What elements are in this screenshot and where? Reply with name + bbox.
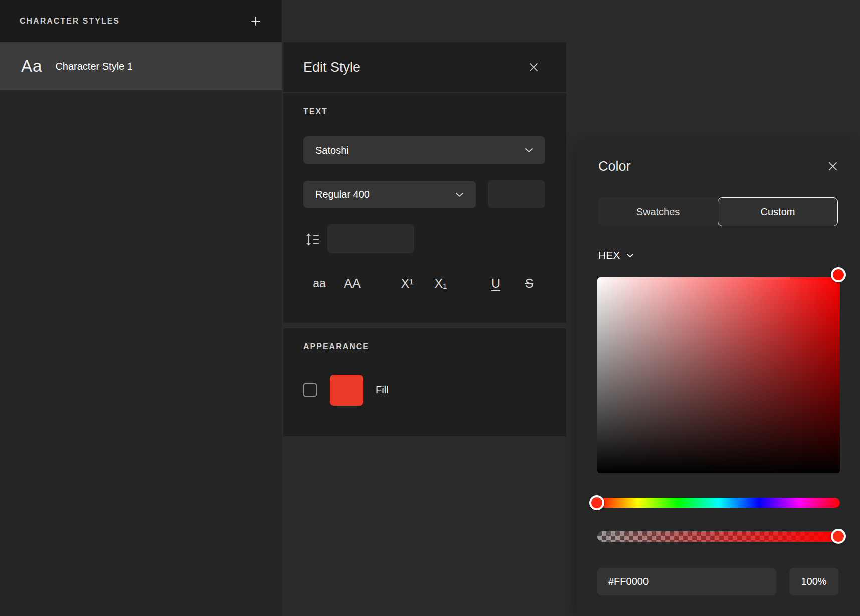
- character-style-label: Character Style 1: [55, 61, 133, 72]
- character-style-icon: Aa: [21, 57, 42, 76]
- text-section-label: TEXT: [303, 107, 328, 116]
- color-panel-header: Color: [598, 153, 839, 179]
- subscript-button[interactable]: X₁: [434, 272, 447, 294]
- font-size-input[interactable]: [488, 180, 545, 208]
- color-format-dropdown[interactable]: HEX: [598, 247, 634, 263]
- close-icon: [826, 160, 839, 173]
- font-weight-dropdown[interactable]: Regular 400: [303, 181, 476, 208]
- color-mode-tabs: Swatches Custom: [598, 197, 838, 226]
- fill-label: Fill: [376, 384, 389, 396]
- sidebar-title: CHARACTER STYLES: [20, 17, 120, 26]
- alpha-slider-handle[interactable]: [831, 529, 846, 544]
- plus-icon: [249, 14, 263, 28]
- close-icon: [527, 61, 540, 74]
- saturation-brightness-field[interactable]: [597, 277, 840, 473]
- lowercase-button[interactable]: aa: [313, 272, 326, 294]
- hex-value-input[interactable]: [597, 568, 776, 595]
- edit-style-close-button[interactable]: [527, 61, 540, 74]
- tab-swatches[interactable]: Swatches: [598, 197, 718, 226]
- superscript-button[interactable]: X¹: [401, 272, 414, 294]
- sidebar-header: CHARACTER STYLES: [0, 0, 282, 42]
- saturation-picker-handle[interactable]: [831, 267, 846, 282]
- font-family-value: Satoshi: [315, 145, 349, 156]
- line-height-input[interactable]: [327, 224, 414, 253]
- alpha-slider[interactable]: [597, 531, 840, 542]
- tab-custom[interactable]: Custom: [718, 197, 838, 226]
- alpha-value-text: 100%: [801, 576, 826, 587]
- hue-slider[interactable]: [597, 498, 840, 508]
- appearance-section: APPEARANCE Fill: [283, 328, 566, 436]
- app-window: CHARACTER STYLES Aa Character Style 1 Ed…: [0, 0, 860, 616]
- line-height-icon: [306, 232, 319, 247]
- text-section: TEXT Satoshi Regular 400 aa AA X¹ X₁ U S: [283, 93, 566, 323]
- hue-slider-handle[interactable]: [589, 495, 604, 510]
- sidebar-item-character-style-1[interactable]: Aa Character Style 1: [0, 42, 282, 90]
- underline-button[interactable]: U: [491, 272, 500, 294]
- color-format-value: HEX: [598, 249, 620, 261]
- uppercase-button[interactable]: AA: [344, 272, 360, 294]
- add-style-button[interactable]: [246, 11, 266, 31]
- chevron-down-icon: [525, 148, 533, 153]
- font-weight-value: Regular 400: [315, 189, 370, 200]
- chevron-down-icon: [455, 192, 464, 197]
- appearance-section-label: APPEARANCE: [303, 342, 369, 351]
- fill-checkbox[interactable]: [303, 383, 317, 397]
- chevron-down-icon: [626, 253, 634, 258]
- edit-style-title: Edit Style: [303, 60, 360, 75]
- strikethrough-button[interactable]: S: [525, 272, 534, 294]
- character-styles-sidebar: CHARACTER STYLES Aa Character Style 1: [0, 0, 282, 616]
- color-panel: Color Swatches Custom HEX 1: [577, 141, 860, 616]
- font-family-dropdown[interactable]: Satoshi: [303, 136, 545, 164]
- alpha-gradient-overlay: [597, 531, 840, 542]
- color-panel-close-button[interactable]: [826, 160, 839, 173]
- edit-style-header: Edit Style: [283, 42, 566, 92]
- alpha-value-field[interactable]: 100%: [789, 568, 838, 595]
- fill-color-swatch[interactable]: [330, 375, 363, 406]
- color-panel-title: Color: [598, 159, 631, 174]
